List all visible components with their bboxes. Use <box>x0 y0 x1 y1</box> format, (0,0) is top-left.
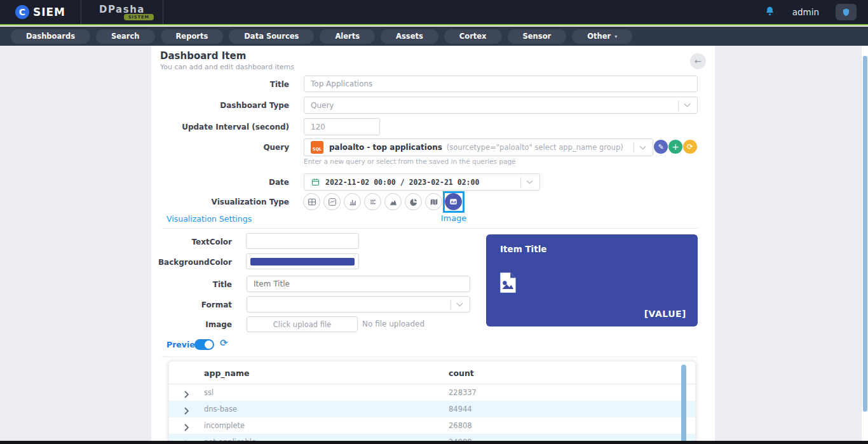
main-nav: Dashboards Search Reports Data Sources A… <box>0 27 868 46</box>
map-icon <box>429 197 439 207</box>
visualization-type-label: Visualization Type <box>151 198 289 206</box>
cell-count: 84944 <box>449 405 472 414</box>
viz-type-line-chart-button[interactable] <box>323 193 341 210</box>
preview-table: app_name count ssl 228337 dns-base 84944… <box>168 361 696 444</box>
brand-badge: SISTEM <box>124 14 154 20</box>
date-range-input[interactable]: 2022-11-02 00:00 / 2023-02-21 02:00 <box>304 173 540 191</box>
page-scrollbar-track[interactable] <box>861 46 868 441</box>
textcolor-label: TextColor <box>151 238 232 246</box>
nav-item-data-sources[interactable]: Data Sources <box>229 29 314 44</box>
table-row[interactable]: dns-base 84944 <box>169 401 695 417</box>
add-query-button[interactable]: + <box>668 140 682 154</box>
cell-count: 26808 <box>449 421 472 430</box>
cell-app-name: ssl <box>204 388 214 397</box>
nav-item-alerts[interactable]: Alerts <box>320 29 375 44</box>
viz-type-horizontal-bars-button[interactable] <box>364 193 381 210</box>
row-expand-chevron-icon[interactable] <box>184 422 189 434</box>
preview-toggle[interactable] <box>194 339 214 350</box>
image-file-icon <box>495 270 520 298</box>
logo-text: SIEM <box>33 6 65 18</box>
table-row[interactable]: ssl 228337 <box>169 384 695 401</box>
dashboard-type-select[interactable]: Query <box>304 97 698 114</box>
chevron-down-icon <box>639 145 646 150</box>
nav-item-other[interactable]: Other▾ <box>572 29 632 44</box>
backgroundcolor-label: BackgroundColor <box>151 258 232 267</box>
svg-text:Ad: Ad <box>451 200 456 204</box>
table-scrollbar[interactable] <box>681 365 686 444</box>
toggle-knob <box>205 340 213 349</box>
visualization-settings-link[interactable]: Visualization Settings <box>166 214 252 224</box>
window-bottom-frame <box>0 441 868 444</box>
brand-logo: DPasha SISTEM <box>81 4 163 20</box>
query-help-text: Enter a new query or select from the sav… <box>304 158 516 165</box>
cell-app-name: dns-base <box>204 405 237 414</box>
nav-item-sensor[interactable]: Sensor <box>508 29 567 44</box>
preview-card-title: Item Title <box>500 244 546 254</box>
user-shield-button[interactable] <box>836 4 857 20</box>
title-input[interactable] <box>304 76 698 92</box>
sql-icon: SQL <box>311 141 323 154</box>
update-interval-input[interactable] <box>304 118 380 135</box>
notifications-bell-icon[interactable] <box>764 5 776 20</box>
topbar-divider <box>163 0 163 24</box>
item-preview-card: Item Title [VALUE] <box>486 234 698 326</box>
viz-type-bar-chart-button[interactable] <box>344 193 361 210</box>
preview-divider <box>162 356 698 357</box>
cell-app-name: incomplete <box>204 421 245 430</box>
viz-type-pie-chart-button[interactable] <box>405 193 422 210</box>
cell-count: 228337 <box>449 388 477 397</box>
line-chart-icon <box>327 197 337 207</box>
format-select[interactable] <box>247 296 470 313</box>
nav-item-dashboards[interactable]: Dashboards <box>11 29 90 44</box>
chevron-down-icon <box>526 180 533 184</box>
table-icon <box>307 197 317 207</box>
section-divider <box>162 228 698 229</box>
nav-item-assets[interactable]: Assets <box>381 29 438 44</box>
column-header-count: count <box>449 368 474 378</box>
image-upload-label: Image <box>151 320 232 329</box>
horizontal-bars-icon <box>368 197 378 207</box>
app-window: C SIEM DPasha SISTEM admin Dashboards Se… <box>0 0 868 444</box>
page-subtitle: You can add and edit dashboard items <box>160 63 294 71</box>
viz-type-table-button[interactable] <box>303 193 320 210</box>
back-button[interactable]: ← <box>690 53 706 69</box>
pie-chart-icon <box>409 197 419 207</box>
date-label: Date <box>151 178 289 187</box>
username-label: admin <box>792 7 819 17</box>
query-detail: (sourcetype="paloalto" select app_name g… <box>447 143 623 152</box>
nav-item-cortex[interactable]: Cortex <box>444 29 502 44</box>
dashboard-type-label: Dashboard Type <box>151 101 289 110</box>
settings-title-label: Title <box>151 280 232 289</box>
settings-title-input[interactable] <box>247 276 470 292</box>
image-viz-icon: Ad <box>448 196 459 207</box>
nav-item-reports[interactable]: Reports <box>161 29 224 44</box>
logo-c-icon: C <box>15 5 29 19</box>
row-expand-chevron-icon[interactable] <box>184 389 189 401</box>
update-interval-label: Update Interval (second) <box>151 123 289 131</box>
dashboard-item-panel: Dashboard Item You can add and edit dash… <box>151 46 715 444</box>
edit-query-button[interactable]: ✎ <box>654 140 668 154</box>
title-label: Title <box>151 80 289 89</box>
textcolor-input[interactable] <box>246 233 359 249</box>
query-select[interactable]: SQL paloalto - top applications (sourcet… <box>304 138 653 156</box>
app-logo[interactable]: C SIEM <box>0 5 81 19</box>
back-arrow-icon: ← <box>695 57 702 66</box>
upload-file-button[interactable]: Click upload file <box>247 316 358 332</box>
upload-status-text: No file uploaded <box>362 320 424 328</box>
refresh-icon: ⟳ <box>687 142 693 151</box>
viz-type-map-button[interactable] <box>425 193 442 210</box>
backgroundcolor-input[interactable] <box>246 253 359 269</box>
viz-selected-label: Image <box>433 213 474 223</box>
query-label: Query <box>151 143 289 152</box>
table-row[interactable]: incomplete 26808 <box>169 417 695 434</box>
viz-type-area-chart-button[interactable] <box>384 193 402 210</box>
nav-item-search[interactable]: Search <box>96 29 155 44</box>
row-expand-chevron-icon[interactable] <box>184 405 189 417</box>
page-title: Dashboard Item <box>160 50 246 62</box>
backgroundcolor-swatch[interactable] <box>250 258 355 266</box>
preview-refresh-icon[interactable]: ⟳ <box>220 337 228 349</box>
viz-type-image-button[interactable]: Ad <box>445 193 462 210</box>
date-range-value: 2022-11-02 00:00 / 2023-02-21 02:00 <box>325 178 479 187</box>
refresh-query-button[interactable]: ⟳ <box>683 140 697 154</box>
page-scrollbar-thumb[interactable] <box>863 56 867 412</box>
